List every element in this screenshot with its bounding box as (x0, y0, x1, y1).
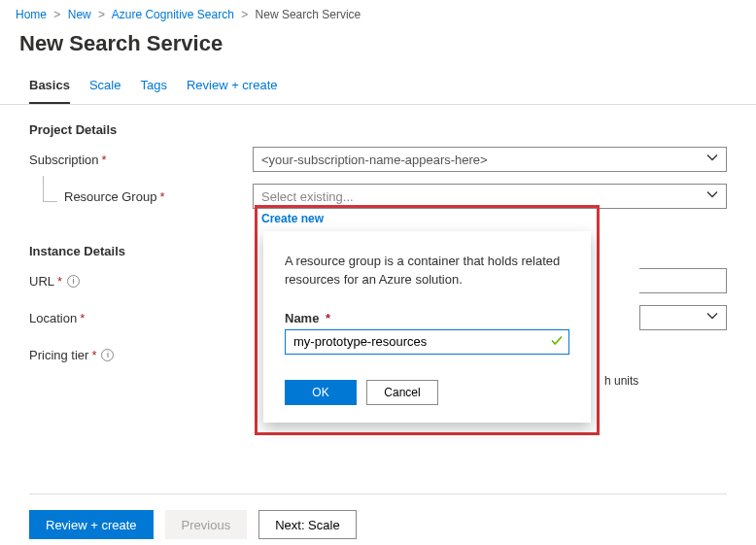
subscription-value: <your-subscription-name-appears-here> (261, 153, 488, 167)
popover-description: A resource group is a container that hol… (285, 253, 569, 290)
tab-tags[interactable]: Tags (140, 70, 166, 104)
label-location: Location* (29, 311, 253, 325)
breadcrumb-sep: > (241, 8, 248, 21)
tab-scale[interactable]: Scale (89, 70, 121, 104)
divider (29, 494, 727, 494)
info-icon[interactable]: i (101, 349, 114, 361)
info-icon[interactable]: i (67, 275, 80, 288)
name-label: Name * (285, 311, 569, 325)
label-resource-group: Resource Group* (29, 189, 253, 204)
required-indicator: * (322, 311, 330, 325)
breadcrumb-sep: > (98, 8, 105, 21)
breadcrumb-current: New Search Service (256, 8, 361, 21)
next-scale-button[interactable]: Next: Scale (258, 510, 356, 539)
label-url: URL* i (29, 274, 253, 289)
check-icon (550, 333, 564, 350)
location-select[interactable] (639, 305, 727, 330)
tab-basics[interactable]: Basics (29, 70, 70, 104)
chevron-down-icon (706, 311, 718, 325)
required-indicator: * (102, 153, 107, 167)
section-project-details: Project Details (29, 122, 727, 137)
create-new-popover: A resource group is a container that hol… (263, 231, 591, 423)
url-input[interactable] (639, 268, 727, 293)
cancel-button[interactable]: Cancel (366, 380, 438, 405)
required-indicator: * (91, 348, 96, 362)
chevron-down-icon (706, 153, 718, 167)
breadcrumb-new[interactable]: New (68, 8, 91, 21)
resource-group-name-input[interactable] (285, 329, 569, 355)
label-pricing-tier: Pricing tier* i (29, 348, 253, 362)
required-indicator: * (80, 311, 85, 325)
label-subscription: Subscription* (29, 153, 253, 167)
resource-group-placeholder: Select existing... (261, 189, 354, 204)
review-create-button[interactable]: Review + create (29, 510, 154, 539)
page-title: New Search Service (0, 25, 756, 70)
breadcrumb-acs[interactable]: Azure Cognitive Search (112, 8, 234, 21)
previous-button: Previous (165, 510, 248, 539)
footer-actions: Review + create Previous Next: Scale (0, 510, 756, 539)
chevron-down-icon (706, 189, 718, 204)
tab-review[interactable]: Review + create (187, 70, 278, 104)
breadcrumb: Home > New > Azure Cognitive Search > Ne… (0, 0, 756, 25)
required-indicator: * (159, 189, 164, 204)
subscription-select[interactable]: <your-subscription-name-appears-here> (253, 147, 727, 172)
breadcrumb-home[interactable]: Home (16, 8, 47, 21)
ok-button[interactable]: OK (285, 380, 357, 405)
breadcrumb-sep: > (53, 8, 60, 21)
create-new-highlight: Create new A resource group is a contain… (255, 205, 600, 435)
create-new-link[interactable]: Create new (258, 208, 597, 231)
required-indicator: * (57, 274, 62, 289)
tabs: Basics Scale Tags Review + create (0, 70, 756, 105)
units-trail-text: h units (604, 374, 638, 388)
